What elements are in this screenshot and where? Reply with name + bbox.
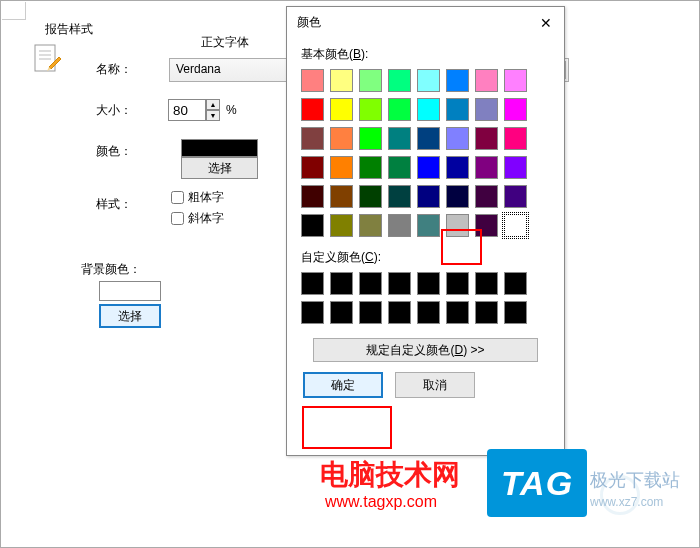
basic-swatch[interactable] <box>417 98 440 121</box>
custom-swatch[interactable] <box>475 301 498 324</box>
basic-swatch[interactable] <box>417 69 440 92</box>
basic-swatch[interactable] <box>301 127 324 150</box>
basic-swatch[interactable] <box>330 185 353 208</box>
bold-checkbox[interactable] <box>171 191 184 204</box>
basic-swatch[interactable] <box>417 185 440 208</box>
basic-swatch[interactable] <box>504 127 527 150</box>
basic-swatch[interactable] <box>504 156 527 179</box>
custom-swatch[interactable] <box>475 272 498 295</box>
basic-swatch[interactable] <box>417 127 440 150</box>
basic-swatch[interactable] <box>359 98 382 121</box>
basic-swatch[interactable] <box>301 98 324 121</box>
basic-swatch[interactable] <box>446 98 469 121</box>
basic-swatch[interactable] <box>504 69 527 92</box>
italic-checkbox[interactable] <box>171 212 184 225</box>
basic-swatch[interactable] <box>388 98 411 121</box>
basic-swatch[interactable] <box>475 156 498 179</box>
basic-swatch[interactable] <box>504 185 527 208</box>
name-label: 名称： <box>81 61 146 78</box>
basic-swatch[interactable] <box>359 69 382 92</box>
basic-swatch[interactable] <box>504 214 527 237</box>
custom-colors-label: 自定义颜色(C): <box>301 249 550 266</box>
custom-swatch[interactable] <box>388 272 411 295</box>
basic-swatch[interactable] <box>330 69 353 92</box>
italic-checkbox-row[interactable]: 斜体字 <box>171 210 224 227</box>
xz7-label: 极光下载站 <box>590 468 680 492</box>
custom-swatch[interactable] <box>301 272 324 295</box>
custom-swatch[interactable] <box>359 272 382 295</box>
basic-swatch[interactable] <box>301 214 324 237</box>
custom-swatch[interactable] <box>330 272 353 295</box>
basic-swatch[interactable] <box>330 214 353 237</box>
basic-swatch[interactable] <box>359 185 382 208</box>
custom-color-grid <box>301 272 550 324</box>
basic-swatch[interactable] <box>301 69 324 92</box>
custom-swatch[interactable] <box>504 301 527 324</box>
basic-color-grid <box>301 69 550 237</box>
color-dialog: 颜色 ✕ 基本颜色(B): 自定义颜色(C): 规定自定义颜色(D) >> 确定… <box>286 6 565 456</box>
basic-swatch[interactable] <box>301 156 324 179</box>
xz7-url: www.xz7.com <box>590 495 663 509</box>
basic-swatch[interactable] <box>475 98 498 121</box>
custom-swatch[interactable] <box>504 272 527 295</box>
basic-swatch[interactable] <box>446 185 469 208</box>
group-title: 报告样式 <box>41 21 97 38</box>
close-icon[interactable]: ✕ <box>534 13 558 33</box>
basic-swatch[interactable] <box>388 127 411 150</box>
basic-swatch[interactable] <box>330 98 353 121</box>
bold-label: 粗体字 <box>188 189 224 206</box>
custom-swatch[interactable] <box>417 272 440 295</box>
size-suffix: % <box>226 103 237 117</box>
basic-swatch[interactable] <box>388 185 411 208</box>
basic-swatch[interactable] <box>359 214 382 237</box>
basic-swatch[interactable] <box>446 156 469 179</box>
bg-color-label: 背景颜色： <box>81 261 141 278</box>
color-label: 颜色： <box>81 143 146 160</box>
basic-swatch[interactable] <box>359 156 382 179</box>
basic-swatch[interactable] <box>388 156 411 179</box>
custom-swatch[interactable] <box>417 301 440 324</box>
basic-swatch[interactable] <box>417 156 440 179</box>
color-preview <box>181 139 258 157</box>
custom-swatch[interactable] <box>388 301 411 324</box>
define-custom-color-button[interactable]: 规定自定义颜色(D) >> <box>313 338 538 362</box>
select-color-button[interactable]: 选择 <box>181 157 258 179</box>
italic-label: 斜体字 <box>188 210 224 227</box>
custom-swatch[interactable] <box>301 301 324 324</box>
size-spinner[interactable]: ▲ ▼ <box>168 99 220 121</box>
ok-button[interactable]: 确定 <box>303 372 383 398</box>
font-name-value: Verdana <box>176 62 221 76</box>
cancel-button[interactable]: 取消 <box>395 372 475 398</box>
custom-swatch[interactable] <box>359 301 382 324</box>
basic-swatch[interactable] <box>330 156 353 179</box>
basic-swatch[interactable] <box>446 214 469 237</box>
panel-corner <box>2 2 26 20</box>
custom-swatch[interactable] <box>330 301 353 324</box>
section-label: 正文字体 <box>201 34 249 51</box>
dialog-title: 颜色 <box>287 7 564 38</box>
custom-swatch[interactable] <box>446 301 469 324</box>
basic-swatch[interactable] <box>475 69 498 92</box>
watermark-sub: www.tagxp.com <box>325 493 437 511</box>
basic-swatch[interactable] <box>475 127 498 150</box>
basic-swatch[interactable] <box>301 185 324 208</box>
basic-swatch[interactable] <box>475 185 498 208</box>
basic-swatch[interactable] <box>417 214 440 237</box>
custom-swatch[interactable] <box>446 272 469 295</box>
basic-swatch[interactable] <box>504 98 527 121</box>
basic-swatch[interactable] <box>475 214 498 237</box>
basic-swatch[interactable] <box>388 69 411 92</box>
bold-checkbox-row[interactable]: 粗体字 <box>171 189 224 206</box>
size-input[interactable] <box>168 99 206 121</box>
basic-swatch[interactable] <box>359 127 382 150</box>
tag-badge: TAG <box>487 449 587 517</box>
basic-swatch[interactable] <box>330 127 353 150</box>
basic-swatch[interactable] <box>388 214 411 237</box>
spinner-up[interactable]: ▲ <box>206 99 220 110</box>
select-bg-color-button[interactable]: 选择 <box>99 304 161 328</box>
watermark-main: 电脑技术网 <box>320 456 460 494</box>
basic-swatch[interactable] <box>446 127 469 150</box>
spinner-down[interactable]: ▼ <box>206 110 220 121</box>
size-label: 大小： <box>81 102 146 119</box>
basic-swatch[interactable] <box>446 69 469 92</box>
